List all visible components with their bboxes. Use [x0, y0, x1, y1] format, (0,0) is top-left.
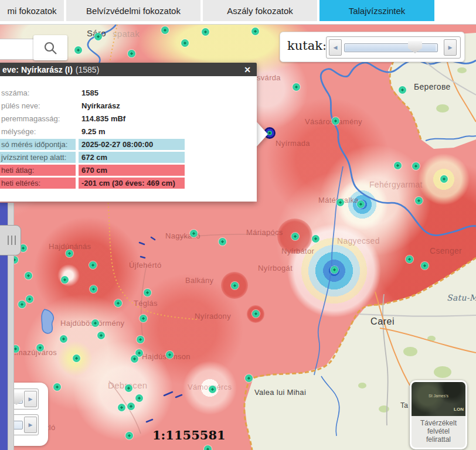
grip-icon — [8, 236, 16, 245]
well-marker[interactable] — [181, 39, 189, 47]
well-marker[interactable] — [125, 432, 133, 439]
wells-slider-thumb[interactable] — [408, 41, 422, 53]
well-marker[interactable] — [25, 272, 32, 279]
popup-row-value: 9.25 m — [79, 126, 185, 137]
search-button[interactable] — [33, 35, 67, 60]
well-marker[interactable] — [61, 276, 69, 284]
well-marker[interactable] — [412, 162, 420, 170]
well-marker[interactable] — [127, 403, 135, 410]
well-marker[interactable] — [406, 255, 413, 263]
well-marker[interactable] — [251, 28, 259, 35]
popup-row-label: jvízszint terep alatt: — [0, 152, 76, 163]
well-marker[interactable] — [332, 117, 339, 125]
well-marker[interactable] — [128, 50, 135, 57]
popup-row: jvízszint terep alatt:672 cm — [0, 151, 257, 163]
town-label: Carei — [370, 316, 395, 327]
popup-title: eve: Nyírkarász (I) — [2, 65, 73, 74]
well-marker[interactable] — [252, 310, 260, 318]
tab-label: Aszály fokozatok — [227, 6, 293, 16]
well-marker[interactable] — [144, 289, 151, 296]
well-marker[interactable] — [53, 383, 61, 391]
town-label: Nagyecsed — [337, 236, 380, 246]
wells-slider-label: kutak: — [287, 39, 327, 53]
town-label: Nyíradony — [195, 312, 231, 321]
town-label: Fehérgyarmat — [369, 180, 423, 189]
well-marker[interactable] — [204, 445, 212, 450]
well-marker[interactable] — [73, 354, 80, 362]
well-marker[interactable] — [118, 404, 125, 411]
well-marker[interactable] — [394, 162, 402, 169]
town-label: Nyírbogát — [258, 264, 293, 272]
well-marker[interactable] — [357, 200, 365, 208]
slider-right-arrow[interactable]: ▶ — [24, 391, 37, 407]
tab-belvizvedelmi[interactable]: Belvízvédelmi fokozatok — [66, 0, 200, 21]
well-marker[interactable] — [137, 336, 144, 343]
town-label: Újfehértó — [129, 261, 161, 270]
popup-row-label: heti eltérés: — [0, 178, 76, 189]
well-marker[interactable] — [245, 374, 253, 382]
wells-slider-track[interactable] — [344, 43, 438, 52]
slider-right-arrow[interactable]: ▶ — [444, 39, 457, 56]
well-marker[interactable] — [94, 33, 102, 40]
well-marker[interactable] — [18, 301, 26, 308]
well-marker[interactable] — [219, 238, 226, 246]
well-marker[interactable] — [140, 315, 147, 322]
popup-row: mélysége:9.25 m — [0, 125, 257, 137]
well-marker[interactable] — [440, 175, 448, 183]
well-marker[interactable] — [125, 384, 132, 392]
well-marker[interactable] — [421, 262, 429, 270]
town-label: Balkány — [185, 276, 213, 285]
well-marker[interactable] — [202, 28, 209, 36]
well-marker[interactable] — [399, 86, 406, 94]
well-marker[interactable] — [36, 344, 44, 352]
well-marker[interactable] — [336, 199, 344, 206]
tab-arvizvedelmi[interactable]: mi fokozatok — [0, 0, 64, 21]
forest-patch — [436, 104, 449, 112]
slider-right-arrow[interactable]: ▶ — [24, 417, 37, 433]
well-marker[interactable] — [91, 319, 99, 327]
town-label: spatak — [113, 29, 140, 39]
tab-label: mi fokozatok — [7, 6, 56, 16]
well-marker[interactable] — [114, 299, 122, 307]
basemap-switcher[interactable]: St James's LON Távérzékelt felvétel feli… — [410, 380, 467, 449]
well-marker[interactable] — [60, 335, 67, 343]
popup-row-value: 1585 — [79, 87, 185, 98]
tab-aszaly[interactable]: Aszály fokozatok — [203, 0, 317, 21]
well-marker[interactable] — [161, 26, 169, 34]
town-label: Téglás — [134, 299, 158, 308]
well-marker[interactable] — [26, 295, 33, 303]
well-marker[interactable] — [331, 266, 338, 274]
close-icon[interactable]: ✕ — [244, 65, 251, 74]
popup-row-value: 670 cm — [79, 165, 185, 176]
well-marker[interactable] — [190, 230, 198, 237]
tab-label: Talajvízszintek — [349, 6, 406, 16]
tab-talajvizszintek[interactable]: Talajvízszintek — [319, 0, 434, 21]
panel-resize-handle[interactable] — [0, 225, 21, 255]
well-marker[interactable] — [135, 394, 143, 402]
well-marker[interactable] — [66, 250, 73, 257]
slider-left-arrow[interactable]: ◀ — [329, 39, 342, 56]
well-marker[interactable] — [90, 285, 97, 293]
well-marker[interactable] — [291, 233, 299, 240]
wells-slider-panel: kutak: ◀ ▶ — [280, 32, 465, 62]
well-info-popup: eve: Nyírkarász (I) (1585) ✕ sszáma:1585… — [0, 63, 257, 202]
well-marker[interactable] — [209, 386, 216, 393]
well-marker[interactable] — [166, 351, 174, 359]
town-label: Csenger — [430, 246, 462, 255]
well-marker[interactable] — [131, 355, 138, 363]
well-marker[interactable] — [312, 235, 319, 243]
well-marker[interactable] — [74, 46, 82, 54]
well-marker[interactable] — [97, 332, 105, 339]
app-window: SárospataksvárdaБереговеVásárosnaményNyí… — [0, 0, 476, 450]
well-marker[interactable] — [89, 261, 97, 269]
well-marker[interactable] — [415, 197, 423, 204]
well-marker[interactable] — [231, 282, 239, 289]
tab-label: Belvízvédelmi fokozatok — [86, 6, 181, 16]
town-label: Nyírmada — [276, 139, 310, 148]
well-marker[interactable] — [293, 83, 300, 91]
popup-row-label: heti átlag: — [0, 165, 76, 176]
popup-row-label: mélysége: — [0, 126, 76, 137]
town-label: Nyírbátor — [281, 247, 314, 255]
search-input[interactable] — [0, 39, 35, 60]
town-label: svárda — [257, 73, 281, 82]
